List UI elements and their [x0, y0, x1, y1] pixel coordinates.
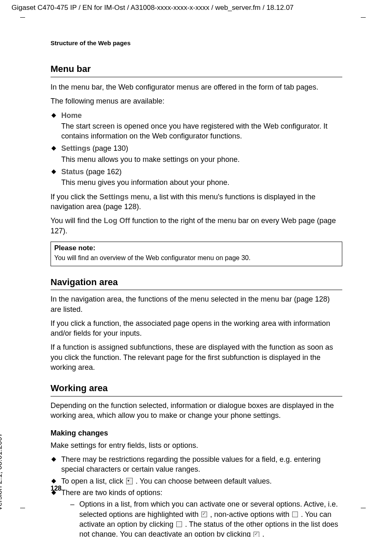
list-item: There are two kinds of options: Options … [51, 488, 342, 537]
menu-name-status: Status [61, 168, 84, 176]
text: To open a list, click [61, 477, 125, 485]
heading-navigation-area: Navigation area [51, 276, 342, 290]
menu-ref-status: (page 162) [84, 168, 122, 176]
chapter-title: Structure of the Web pages [51, 39, 342, 47]
document-path-header: Gigaset C470-475 IP / EN for IM-Ost / A3… [12, 3, 294, 13]
menu-desc-status: This menu gives you information about yo… [61, 177, 342, 187]
working-p1: Depending on the function selected, info… [51, 401, 342, 421]
checkbox-checked-icon [254, 532, 259, 537]
dropdown-icon [126, 478, 133, 484]
menu-desc-settings: This menu allows you to make settings on… [61, 154, 342, 164]
checkbox-empty-icon [176, 521, 182, 527]
menu-item-settings: Settings (page 130) This menu allows you… [51, 143, 342, 164]
text: If you click the [51, 193, 99, 201]
nav-p3: If a function is assigned subfunctions, … [51, 342, 342, 372]
heading-working-area: Working area [51, 382, 342, 396]
menu-name-settings: Settings [61, 144, 90, 152]
list-item: There may be restrictions regarding the … [51, 454, 342, 475]
list-item: Options in a list, from which you can ac… [70, 499, 342, 537]
crop-mark [361, 508, 366, 508]
nav-p1: In the navigation area, the functions of… [51, 294, 342, 314]
text: . [262, 530, 264, 537]
note-box: Please note: You will find an overview o… [51, 242, 342, 266]
crop-mark [20, 17, 25, 18]
menu-bar-click-settings: If you click the Settings menu, a list w… [51, 192, 342, 212]
menu-desc-home: The start screen is opened once you have… [61, 121, 342, 141]
note-title: Please note: [54, 244, 339, 253]
text: . You can choose between default values. [136, 477, 272, 485]
menu-list: Home The start screen is opened once you… [51, 111, 342, 188]
menu-ref-settings: (page 130) [90, 144, 128, 152]
crop-mark [361, 17, 366, 18]
heading-making-changes: Making changes [51, 428, 342, 438]
note-text: You will find an overview of the Web con… [54, 254, 339, 263]
checkbox-checked-icon [201, 512, 207, 517]
checkbox-empty-icon [292, 512, 298, 517]
making-changes-intro: Make settings for entry fields, lists or… [51, 440, 342, 450]
menu-bar-logoff: You will find the Log Off function to th… [51, 216, 342, 236]
text: Options in a list, from which you can ac… [79, 500, 338, 518]
logoff-label: Log Off [104, 217, 130, 225]
menu-bar-intro: In the menu bar, the Web configurator me… [51, 82, 342, 92]
text: , non-active options with [210, 510, 291, 519]
page-number: 128 [51, 484, 62, 493]
nav-p2: If you click a function, the associated … [51, 318, 342, 339]
making-changes-list: There may be restrictions regarding the … [51, 454, 342, 537]
list-item: To open a list, click . You can choose b… [51, 476, 342, 486]
text: There are two kinds of options: [61, 489, 162, 497]
version-footer: Version 2.1, 08.01.2007 [0, 433, 4, 511]
page-content: Structure of the Web pages Menu bar In t… [51, 39, 342, 537]
menu-item-status: Status (page 162) This menu gives you in… [51, 167, 342, 188]
options-sublist: Options in a list, from which you can ac… [70, 499, 342, 537]
heading-menu-bar: Menu bar [51, 63, 342, 77]
crop-mark [20, 508, 25, 508]
settings-label: Settings [99, 193, 129, 201]
menu-item-home: Home The start screen is opened once you… [51, 111, 342, 141]
menu-bar-available: The following menus are available: [51, 96, 342, 106]
menu-name-home: Home [61, 111, 82, 120]
text: You will find the [51, 217, 104, 225]
